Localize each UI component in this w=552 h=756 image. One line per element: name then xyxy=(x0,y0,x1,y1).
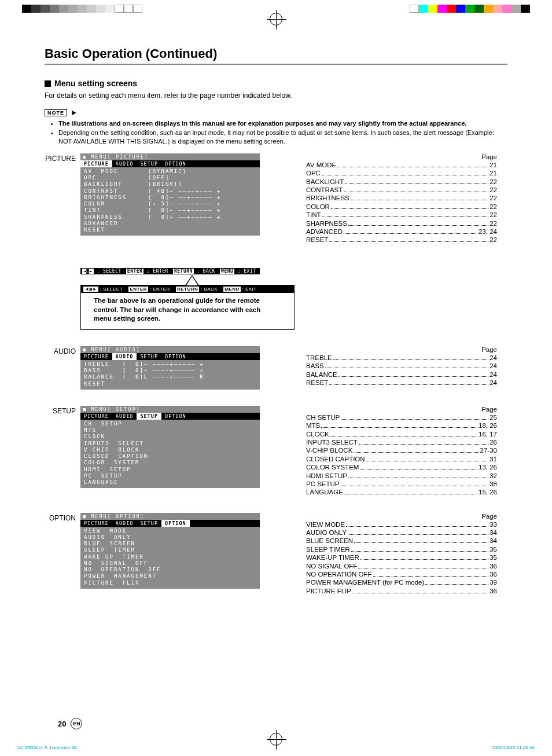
osd-tab: PICTURE xyxy=(80,160,112,167)
menu-section-picture: PICTURE■ MENU[ PICTURE]PICTUREAUDIOSETUP… xyxy=(45,153,507,330)
dot-leader xyxy=(329,384,488,385)
index-row: SLEEP TIMER 35 xyxy=(306,545,497,553)
dot-leader xyxy=(348,478,488,478)
index-page: 13, 26 xyxy=(479,463,497,471)
index-row: BRIGHTNESS 22 xyxy=(306,194,497,202)
osd-row: MTS xyxy=(84,427,256,434)
osd-screenshot: ■ MENU[ PICTURE]PICTUREAUDIOSETUPOPTIONA… xyxy=(80,153,295,330)
index-page: 35 xyxy=(490,553,497,562)
osd-row: BASS [ 0]– ––––+––––– + xyxy=(84,368,256,374)
index-label: BASS xyxy=(306,362,324,370)
index-page: 24 xyxy=(490,354,497,362)
osd-row: POWER MANAGEMENT xyxy=(84,573,256,579)
note-item: Depending on the setting condition, such… xyxy=(58,129,507,145)
crop-mark-bottom xyxy=(270,733,282,746)
index-label: TREBLE xyxy=(306,354,332,362)
osd-row: AV MODE [DYNAMIC] xyxy=(84,168,256,175)
dot-leader xyxy=(344,233,477,234)
page-column-header: Page xyxy=(306,153,497,160)
page-number: 20 xyxy=(58,720,66,728)
index-page: 32 xyxy=(490,472,497,480)
index-row: MTS 18, 26 xyxy=(306,421,497,430)
index-row: LANGUAGE 15, 26 xyxy=(306,488,497,496)
index-page: 21 xyxy=(490,169,497,177)
index-row: COLOR SYSTEM 13, 26 xyxy=(306,463,497,471)
osd-row: COLOR [+ 5]– ––––+––– + xyxy=(84,201,256,207)
arrow-right-icon xyxy=(72,111,76,115)
dot-leader xyxy=(351,200,488,200)
dot-leader xyxy=(348,534,488,535)
osd-tab: SETUP xyxy=(137,520,161,527)
index-page: 27-30 xyxy=(480,446,497,454)
osd-tab: PICTURE xyxy=(80,353,112,360)
osd-row: PICTURE FLIP xyxy=(84,580,256,586)
osd-row: NO OPERATION OFF xyxy=(84,567,256,573)
index-row: INPUT3 SELECT 26 xyxy=(306,438,497,446)
osd-row: TREBLE [ 0]– ––––+––––– + xyxy=(84,361,256,368)
osd-row: HDMI SETUP xyxy=(84,467,256,473)
index-label: VIEW MODE xyxy=(306,520,345,529)
osd-row: CLOCK xyxy=(84,434,256,440)
note-row: NOTE xyxy=(45,107,507,117)
note-item: The illustrations and on-screen displays… xyxy=(58,119,507,127)
dot-leader xyxy=(322,175,488,175)
osd-tab: AUDIO xyxy=(112,353,137,360)
osd-row: BRIGHTNESS [ 0]– ––+––––– + xyxy=(84,194,256,201)
dot-leader xyxy=(344,192,488,192)
index-page: 22 xyxy=(490,178,497,186)
dot-leader xyxy=(360,559,488,560)
index-label: BLUE SCREEN xyxy=(306,537,353,545)
index-label: PC SETUP xyxy=(306,480,340,488)
section-heading: Menu setting screens xyxy=(45,79,507,88)
index-row: PC SETUP 38 xyxy=(306,480,497,488)
index-page: 24 xyxy=(490,370,497,379)
dot-leader xyxy=(366,461,489,461)
osd-row: INPUT3 SELECT xyxy=(84,441,256,447)
menu-section-option: OPTION■ MENU[ OPTION]PICTUREAUDIOSETUPOP… xyxy=(45,513,507,595)
callout-box: ◄◙► : SELECTENTER : ENTERRETURN : BACKME… xyxy=(80,285,295,330)
index-label: AUDIO ONLY xyxy=(306,529,347,537)
dot-leader xyxy=(351,551,489,552)
dot-leader xyxy=(358,568,488,568)
index-row: CLOSED CAPTION 31 xyxy=(306,455,497,463)
osd-row: ADVANCED xyxy=(84,221,256,227)
index-page: 36 xyxy=(490,562,497,570)
index-label: RESET xyxy=(306,379,328,387)
index-label: RESET xyxy=(306,236,328,244)
dot-leader xyxy=(333,359,488,360)
index-label: BALANCE xyxy=(306,370,337,379)
index-label: COLOR xyxy=(306,203,330,211)
page-title: Basic Operation (Continued) xyxy=(45,46,507,65)
index-label: HDMI SETUP xyxy=(306,472,347,480)
index-row: BASS 24 xyxy=(306,362,497,370)
dot-leader xyxy=(341,419,488,420)
index-row: NO SIGNAL OFF 36 xyxy=(306,562,497,570)
index-page: 15, 26 xyxy=(479,488,497,496)
index-label: CLOSED CAPTION xyxy=(306,455,365,463)
index-row: VIEW MODE 33 xyxy=(306,520,497,529)
callout-text: The bar above is an operational guide fo… xyxy=(81,293,294,329)
index-label: LANGUAGE xyxy=(306,488,343,496)
osd-tab: SETUP xyxy=(137,413,161,420)
index-row: CLOCK 16, 17 xyxy=(306,430,497,438)
osd-footer-bar: ◄◙► : SELECTENTER : ENTERRETURN : BACKME… xyxy=(81,285,294,293)
index-label: BRIGHTNESS xyxy=(306,194,349,202)
osd-tab: OPTION xyxy=(161,520,190,527)
note-badge: NOTE xyxy=(45,109,67,116)
dot-leader xyxy=(329,241,488,242)
index-label: MTS xyxy=(306,421,320,430)
index-label: AV MODE xyxy=(306,161,336,169)
index-row: CH SETUP 25 xyxy=(306,413,497,421)
osd-row: V-CHIP BLOCK xyxy=(84,447,256,453)
dot-leader xyxy=(337,167,488,167)
menu-section-setup: SETUP■ MENU[ SETUP]PICTUREAUDIOSETUPOPTI… xyxy=(45,406,507,497)
index-page: 22 xyxy=(490,211,497,219)
dot-leader xyxy=(354,452,479,453)
print-file: LC-20D30U_E_book.indb 20 xyxy=(17,745,76,750)
dot-leader xyxy=(354,542,488,543)
intro-text: For details on setting each menu item, r… xyxy=(45,91,507,100)
index-label: NO OPERATION OFF xyxy=(306,570,372,578)
index-page: 36 xyxy=(490,570,497,578)
dot-leader xyxy=(344,494,477,494)
osd-row: OPC [OFF] xyxy=(84,175,256,181)
